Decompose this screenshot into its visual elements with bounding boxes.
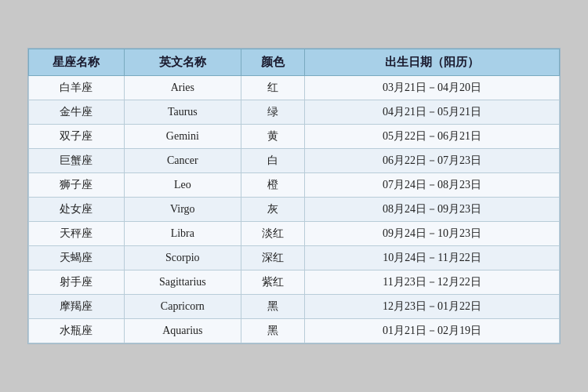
zodiac-table-container: 星座名称 英文名称 颜色 出生日期（阳历） 白羊座Aries红03月21日－04… [27, 48, 561, 344]
cell-date: 09月24日－10月23日 [305, 222, 560, 246]
table-row: 白羊座Aries红03月21日－04月20日 [29, 76, 560, 100]
cell-color: 橙 [241, 173, 304, 198]
cell-chinese: 狮子座 [29, 173, 125, 198]
cell-english: Aries [124, 76, 241, 100]
table-header-row: 星座名称 英文名称 颜色 出生日期（阳历） [29, 49, 560, 76]
cell-english: Leo [124, 173, 241, 198]
cell-color: 白 [241, 149, 304, 173]
cell-date: 05月22日－06月21日 [305, 125, 560, 149]
table-row: 水瓶座Aquarius黑01月21日－02月19日 [29, 319, 560, 343]
cell-english: Virgo [124, 198, 241, 222]
cell-date: 03月21日－04月20日 [305, 76, 560, 100]
table-row: 狮子座Leo橙07月24日－08月23日 [29, 173, 560, 198]
cell-color: 红 [241, 76, 304, 100]
table-row: 摩羯座Capricorn黑12月23日－01月22日 [29, 295, 560, 319]
cell-chinese: 金牛座 [29, 100, 125, 125]
table-row: 双子座Gemini黄05月22日－06月21日 [29, 125, 560, 149]
cell-chinese: 白羊座 [29, 76, 125, 100]
cell-chinese: 天蝎座 [29, 246, 125, 270]
cell-color: 深红 [241, 246, 304, 270]
header-color: 颜色 [241, 49, 304, 76]
cell-date: 08月24日－09月23日 [305, 198, 560, 222]
cell-english: Aquarius [124, 319, 241, 343]
cell-english: Taurus [124, 100, 241, 125]
cell-chinese: 巨蟹座 [29, 149, 125, 173]
table-row: 处女座Virgo灰08月24日－09月23日 [29, 198, 560, 222]
cell-date: 04月21日－05月21日 [305, 100, 560, 125]
cell-chinese: 水瓶座 [29, 319, 125, 343]
cell-date: 11月23日－12月22日 [305, 270, 560, 295]
cell-color: 黑 [241, 319, 304, 343]
header-date: 出生日期（阳历） [305, 49, 560, 76]
cell-date: 01月21日－02月19日 [305, 319, 560, 343]
zodiac-table: 星座名称 英文名称 颜色 出生日期（阳历） 白羊座Aries红03月21日－04… [28, 49, 560, 343]
cell-english: Capricorn [124, 295, 241, 319]
cell-english: Libra [124, 222, 241, 246]
cell-chinese: 天秤座 [29, 222, 125, 246]
cell-chinese: 处女座 [29, 198, 125, 222]
cell-chinese: 双子座 [29, 125, 125, 149]
cell-color: 灰 [241, 198, 304, 222]
table-row: 巨蟹座Cancer白06月22日－07月23日 [29, 149, 560, 173]
cell-english: Cancer [124, 149, 241, 173]
cell-chinese: 射手座 [29, 270, 125, 295]
cell-color: 绿 [241, 100, 304, 125]
cell-color: 黄 [241, 125, 304, 149]
cell-chinese: 摩羯座 [29, 295, 125, 319]
cell-color: 淡红 [241, 222, 304, 246]
cell-english: Sagittarius [124, 270, 241, 295]
table-row: 金牛座Taurus绿04月21日－05月21日 [29, 100, 560, 125]
table-body: 白羊座Aries红03月21日－04月20日金牛座Taurus绿04月21日－0… [29, 76, 560, 343]
cell-color: 紫红 [241, 270, 304, 295]
cell-date: 07月24日－08月23日 [305, 173, 560, 198]
table-row: 天秤座Libra淡红09月24日－10月23日 [29, 222, 560, 246]
cell-english: Gemini [124, 125, 241, 149]
cell-date: 06月22日－07月23日 [305, 149, 560, 173]
cell-date: 10月24日－11月22日 [305, 246, 560, 270]
header-chinese: 星座名称 [29, 49, 125, 76]
cell-date: 12月23日－01月22日 [305, 295, 560, 319]
cell-color: 黑 [241, 295, 304, 319]
header-english: 英文名称 [124, 49, 241, 76]
table-row: 天蝎座Scorpio深红10月24日－11月22日 [29, 246, 560, 270]
table-row: 射手座Sagittarius紫红11月23日－12月22日 [29, 270, 560, 295]
cell-english: Scorpio [124, 246, 241, 270]
